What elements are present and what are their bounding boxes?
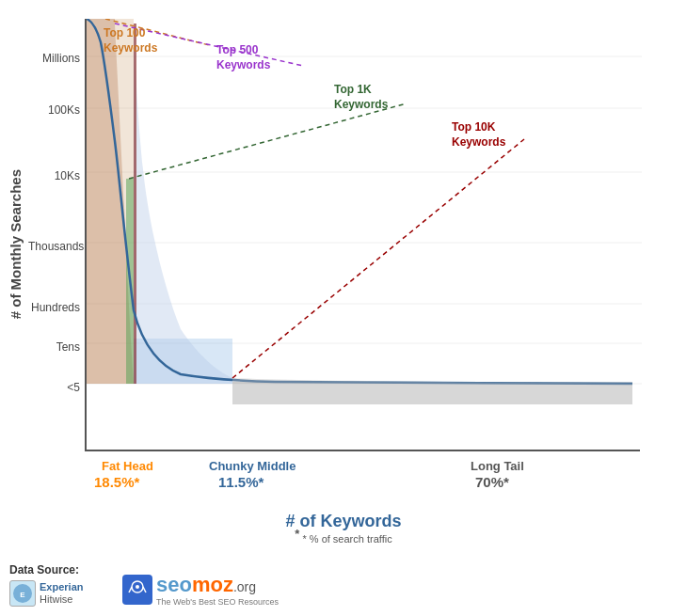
annotation-top500: Top 500Keywords — [216, 43, 270, 72]
svg-line-12 — [232, 139, 524, 378]
data-source-title: Data Source: — [9, 563, 83, 577]
footnote: * * % of search traffic — [0, 527, 687, 545]
y-axis-label: # of Monthly Searches — [8, 169, 24, 319]
y-tick-lt5: <5 — [28, 381, 80, 394]
segment-label-longtail: Long Tail — [471, 459, 524, 473]
experian-logo: E ExperianHitwise — [9, 580, 83, 607]
seomoz-icon — [122, 575, 152, 605]
segment-pct-longtail: 70%* — [475, 474, 509, 490]
y-tick-100ks: 100Ks — [28, 103, 80, 117]
segment-label-chunky: Chunky Middle — [209, 459, 296, 473]
data-source: Data Source: E ExperianHitwise — [9, 563, 83, 607]
y-tick-tens: Tens — [28, 340, 80, 354]
svg-rect-8 — [134, 24, 136, 384]
annotation-top1k: Top 1KKeywords — [334, 83, 388, 112]
seomoz-text-block: seomoz.org The Web's Best SEO Resources — [156, 573, 279, 607]
y-tick-hundreds: Hundreds — [28, 301, 80, 314]
svg-rect-15 — [123, 576, 152, 604]
y-tick-millions: Millions — [28, 52, 80, 65]
annotation-top100: Top 100Keywords — [104, 26, 157, 55]
svg-point-17 — [136, 585, 139, 589]
segment-pct-chunky: 11.5%* — [218, 474, 264, 490]
svg-line-11 — [129, 103, 407, 179]
y-tick-10ks: 10Ks — [28, 169, 80, 182]
seomoz-logo: seomoz.org The Web's Best SEO Resources — [122, 573, 279, 607]
annotation-top10k: Top 10KKeywords — [452, 120, 505, 150]
experian-text: ExperianHitwise — [40, 581, 83, 606]
y-tick-thousands: Thousands — [28, 240, 80, 253]
segment-pct-fathead: 18.5%* — [94, 474, 139, 490]
seomoz-sub: The Web's Best SEO Resources — [156, 597, 279, 607]
segment-label-fathead: Fat Head — [102, 459, 153, 473]
experian-icon: E — [9, 580, 36, 607]
chart-container: # of Monthly Searches Millions 100Ks 10K… — [0, 0, 687, 616]
svg-text:E: E — [20, 591, 25, 599]
